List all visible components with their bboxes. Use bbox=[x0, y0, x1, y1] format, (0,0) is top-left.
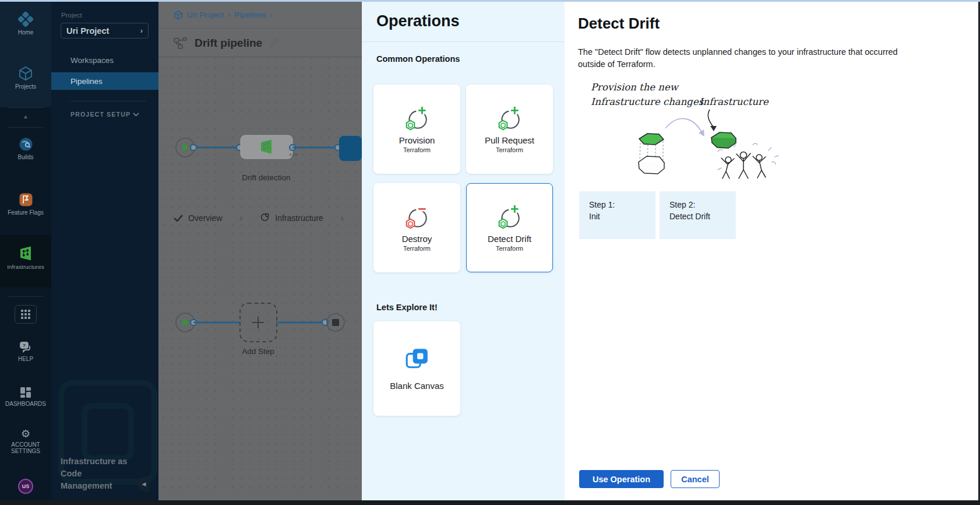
feature-flags-icon bbox=[19, 192, 33, 207]
dashboards-icon bbox=[20, 387, 31, 398]
card-subtitle: Terraform bbox=[403, 146, 431, 153]
app-window: Home Projects ▲ Builds bbox=[0, 0, 980, 505]
svg-text:Provision the new: Provision the new bbox=[591, 82, 680, 93]
common-operations-heading: Common Operations bbox=[376, 54, 460, 64]
pipeline-canvas: Uri Project › Pipelines › Drift pipeline bbox=[158, 2, 362, 500]
avatar: US bbox=[18, 479, 33, 494]
nav-item-label: Pipelines bbox=[70, 77, 103, 86]
sidebar-item-workspaces[interactable]: Workspaces bbox=[51, 51, 158, 69]
operations-drawer: Operations Common Operations Provision T… bbox=[362, 2, 565, 500]
operation-card-provision[interactable]: Provision Terraform bbox=[373, 85, 460, 174]
sidebar-item-help[interactable]: ? HELP bbox=[0, 341, 51, 362]
tab-label: Overview bbox=[188, 213, 222, 223]
step-box-1: Step 1: Init bbox=[579, 191, 655, 239]
step-label: Step 2: bbox=[669, 199, 736, 211]
sidebar-item-pipelines[interactable]: Pipelines bbox=[51, 72, 158, 90]
sidebar-item-label: ACCOUNT SETTINGS bbox=[8, 441, 44, 454]
breadcrumb-pipelines-link[interactable]: Pipelines bbox=[234, 10, 266, 19]
user-avatar[interactable]: US bbox=[0, 479, 51, 494]
pipeline-stepper: Overview › Infrastructure › bbox=[174, 213, 361, 223]
tab-overview[interactable]: Overview bbox=[174, 213, 222, 223]
svg-text:Infrastructure changes: Infrastructure changes bbox=[591, 96, 704, 107]
provision-operation-icon bbox=[404, 106, 431, 132]
gear-icon: ⚙ bbox=[21, 429, 30, 439]
collapse-up-icon: ▲ bbox=[23, 114, 29, 120]
primary-sidebar: Home Projects ▲ Builds bbox=[0, 2, 51, 500]
home-icon bbox=[18, 12, 33, 27]
card-subtitle: Terraform bbox=[403, 245, 431, 252]
panel-actions: Use Operation Cancel bbox=[579, 470, 720, 488]
section-label: PROJECT SETUP bbox=[70, 111, 131, 118]
help-chat-icon: ? bbox=[19, 341, 32, 353]
tab-label: Infrastructure bbox=[275, 213, 323, 223]
selected-stage-node[interactable] bbox=[339, 136, 362, 161]
project-name: Uri Project bbox=[66, 26, 109, 36]
card-title: Destroy bbox=[402, 234, 432, 244]
sidebar-item-label: HELP bbox=[18, 356, 33, 362]
sidebar-item-home[interactable]: Home bbox=[0, 12, 51, 36]
hexagon-icon bbox=[260, 213, 270, 223]
chevron-left-icon: ◀ bbox=[142, 481, 146, 487]
check-icon bbox=[174, 215, 183, 222]
panel-title: Detect Drift bbox=[578, 15, 660, 33]
pipeline-title: Drift pipeline bbox=[195, 37, 262, 50]
sidebar-collapse-up[interactable]: ▲ bbox=[0, 114, 51, 120]
infrastructures-icon bbox=[18, 246, 33, 261]
svg-text:?: ? bbox=[23, 343, 26, 348]
module-title: Infrastructure as Code Management bbox=[61, 455, 127, 492]
sidebar-item-account-settings[interactable]: ⚙ ACCOUNT SETTINGS bbox=[0, 429, 51, 454]
pull-request-operation-icon bbox=[496, 106, 523, 132]
step-box-2: Step 2: Detect Drift bbox=[660, 191, 736, 239]
add-step-label: Add Step bbox=[242, 347, 274, 356]
nav-item-label: Workspaces bbox=[70, 56, 114, 65]
projects-cube-icon bbox=[18, 66, 33, 81]
svg-text:</>: </> bbox=[289, 152, 298, 157]
breadcrumb-separator: › bbox=[228, 11, 230, 19]
sidebar-item-label: Home bbox=[18, 29, 34, 36]
chevron-right-icon: › bbox=[341, 213, 344, 223]
sidebar-item-dashboards[interactable]: DASHBOARDS bbox=[0, 387, 51, 407]
pipeline-title-bar: Drift pipeline bbox=[158, 29, 362, 57]
breadcrumb: Uri Project › Pipelines › bbox=[158, 2, 362, 29]
breadcrumb-project-link[interactable]: Uri Project bbox=[187, 10, 224, 19]
execution-end-node[interactable] bbox=[327, 314, 344, 331]
step-name: Detect Drift bbox=[669, 211, 736, 222]
chevron-down-icon bbox=[133, 113, 139, 117]
operation-card-detect-drift[interactable]: Detect Drift Terraform bbox=[466, 183, 553, 272]
edit-pencil-icon[interactable] bbox=[269, 38, 279, 48]
blank-canvas-card[interactable]: Blank Canvas bbox=[373, 321, 460, 416]
step-label: Step 1: bbox=[589, 199, 655, 211]
sidebar-item-builds[interactable]: Builds bbox=[0, 137, 51, 160]
use-operation-button[interactable]: Use Operation bbox=[579, 470, 664, 488]
sidebar-item-feature-flags[interactable]: Feature Flags bbox=[0, 192, 51, 216]
destroy-operation-icon bbox=[404, 204, 431, 231]
project-setup-section[interactable]: PROJECT SETUP bbox=[70, 111, 139, 118]
svg-text:Infrastructure: Infrastructure bbox=[699, 96, 769, 107]
project-selector[interactable]: Uri Project › bbox=[61, 23, 149, 38]
flow-steps: Step 1: Init Step 2: Detect Drift bbox=[579, 191, 736, 239]
pipeline-flowchart-icon bbox=[174, 37, 188, 49]
drift-illustration: Provision the new Infrastructure changes… bbox=[578, 75, 788, 185]
blank-canvas-icon bbox=[405, 347, 429, 370]
chevron-right-icon: › bbox=[140, 26, 143, 35]
add-step-node[interactable] bbox=[240, 303, 277, 342]
operation-card-pull-request[interactable]: Pull Request Terraform bbox=[466, 85, 553, 174]
sidebar-item-label: DASHBOARDS bbox=[5, 401, 46, 407]
tab-infrastructure[interactable]: Infrastructure bbox=[260, 213, 323, 223]
window-bottom-bar bbox=[0, 500, 980, 505]
pipeline-graph: </> Drift detection A bbox=[158, 57, 362, 500]
card-subtitle: Terraform bbox=[496, 245, 523, 252]
sidebar-item-projects[interactable]: Projects bbox=[0, 66, 51, 90]
card-title: Provision bbox=[399, 135, 435, 145]
drift-detection-node[interactable]: </> bbox=[241, 135, 298, 159]
detect-drift-operation-icon bbox=[496, 204, 523, 231]
operation-card-destroy[interactable]: Destroy Terraform bbox=[373, 183, 460, 272]
sidebar-item-infrastructures[interactable]: Infrastructures bbox=[0, 246, 51, 270]
detect-drift-panel: Detect Drift The "Detect Drift" flow det… bbox=[565, 2, 978, 500]
chevron-right-icon: › bbox=[239, 213, 242, 223]
cancel-button[interactable]: Cancel bbox=[671, 470, 720, 488]
card-title: Pull Request bbox=[485, 135, 534, 145]
card-title: Detect Drift bbox=[488, 234, 531, 244]
builds-icon bbox=[19, 137, 33, 152]
module-picker-button[interactable] bbox=[0, 305, 51, 324]
